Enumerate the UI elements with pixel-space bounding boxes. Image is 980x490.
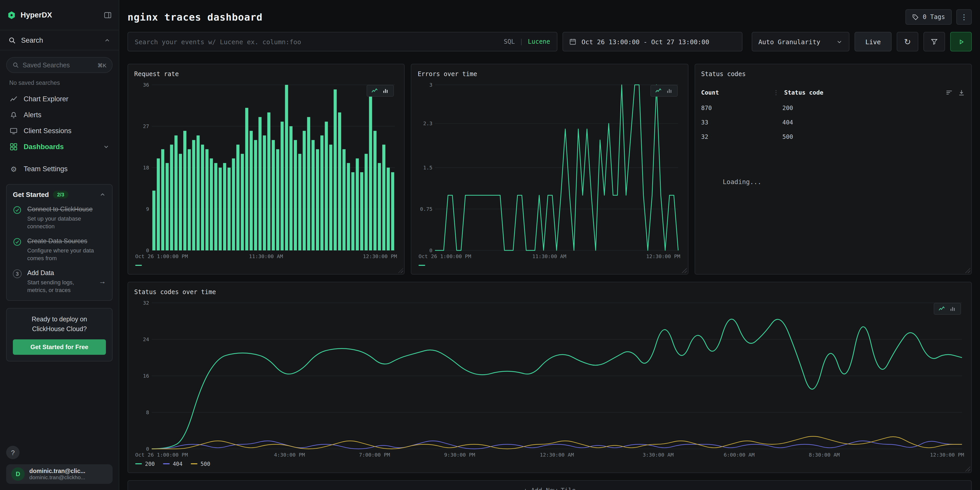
bar-chart-icon[interactable]	[950, 305, 956, 312]
search-section-label: Search	[21, 36, 43, 44]
svg-text:9:30:00 PM: 9:30:00 PM	[444, 452, 475, 458]
table-row[interactable]: 33 404	[701, 115, 965, 130]
get-started-free-button[interactable]: Get Started for Free	[13, 340, 106, 355]
tags-label: 0 Tags	[923, 13, 945, 21]
panel-errors-over-time: Errors over time 00.751.52.33Oct 26 1:00…	[411, 64, 689, 275]
page-header: nginx traces dashboard 0 Tags ⋮	[127, 0, 972, 25]
add-new-tile-button[interactable]: + Add New Tile	[127, 480, 972, 490]
cell-count: 33	[701, 119, 773, 126]
svg-text:Oct 26 1:00:00 PM: Oct 26 1:00:00 PM	[135, 253, 188, 259]
table-row[interactable]: 870 200	[701, 101, 965, 115]
sidebar-item-chart-explorer[interactable]: Chart Explorer	[4, 91, 115, 107]
sidebar-bottom: ? D dominic.tran@clic... dominic.tran@cl…	[0, 441, 119, 490]
line-chart-icon[interactable]	[939, 305, 945, 312]
avatar: D	[11, 468, 25, 481]
sidebar-collapse-icon[interactable]	[104, 11, 111, 19]
svg-text:0: 0	[430, 247, 433, 253]
monitor-icon	[9, 127, 18, 135]
chart-legend	[134, 261, 398, 270]
cell-status-code: 404	[782, 119, 793, 126]
user-menu[interactable]: D dominic.tran@clic... dominic.tran@clic…	[6, 464, 113, 484]
resize-handle[interactable]	[681, 268, 687, 273]
panel-title: Status codes over time	[134, 288, 965, 296]
granularity-select[interactable]: Auto Granularity	[752, 32, 850, 51]
sidebar-section-search[interactable]: Search	[0, 30, 119, 50]
filter-button[interactable]	[923, 32, 945, 51]
panel-title: Errors over time	[418, 70, 682, 78]
column-header-count[interactable]: Count	[701, 89, 773, 96]
cell-status-code: 200	[782, 104, 793, 111]
tag-icon	[912, 14, 918, 20]
toolbar: SQL | Lucene Oct 26 13:00:00 - Oct 27 13…	[127, 32, 972, 51]
sidebar-item-label: Team Settings	[24, 165, 68, 173]
download-icon[interactable]	[958, 89, 965, 96]
lucene-toggle[interactable]: Lucene	[528, 38, 550, 45]
sidebar-item-dashboards[interactable]: Dashboards	[4, 139, 115, 155]
line-chart-icon[interactable]	[655, 88, 662, 94]
legend-label: 404	[173, 461, 183, 467]
svg-text:1.5: 1.5	[423, 164, 433, 171]
date-range-picker[interactable]: Oct 26 13:00:00 - Oct 27 13:00:00	[563, 32, 743, 51]
legend-item-500[interactable]: 500	[191, 461, 210, 467]
step-add-data[interactable]: 3 Add Data Start sending logs, metrics, …	[13, 269, 106, 294]
resize-handle[interactable]	[965, 466, 970, 471]
table-row[interactable]: 32 500	[701, 130, 965, 144]
chevron-down-icon	[836, 38, 843, 45]
step-create-data-sources[interactable]: Create Data Sources Configure where your…	[13, 237, 106, 262]
line-chart-icon[interactable]	[371, 88, 378, 94]
saved-searches-box[interactable]: ⌘K	[6, 57, 113, 73]
sql-toggle[interactable]: SQL	[504, 38, 515, 45]
sidebar-item-label: Alerts	[24, 111, 41, 119]
help-button[interactable]: ?	[6, 446, 19, 459]
table-rows-icon[interactable]	[945, 89, 953, 96]
user-email: dominic.tran@clickho...	[29, 474, 85, 480]
sidebar-item-team-settings[interactable]: ⚙ Team Settings	[4, 161, 115, 177]
legend-item[interactable]	[135, 265, 142, 266]
resize-handle[interactable]	[398, 268, 403, 273]
resize-handle[interactable]	[965, 268, 970, 273]
bar-chart-icon[interactable]	[383, 88, 390, 94]
legend-dash	[163, 463, 170, 464]
page-title: nginx traces dashboard	[127, 11, 262, 22]
language-toggle: SQL | Lucene	[504, 38, 550, 45]
tags-button[interactable]: 0 Tags	[905, 9, 952, 25]
chart-type-toggle	[367, 85, 394, 97]
svg-text:11:30:00 AM: 11:30:00 AM	[249, 253, 283, 259]
event-search-input[interactable]	[135, 38, 498, 46]
chevron-up-icon	[104, 37, 111, 43]
sidebar-item-label: Chart Explorer	[24, 95, 68, 103]
arrow-right-icon: →	[99, 277, 106, 286]
filter-icon	[931, 38, 938, 45]
sidebar-item-alerts[interactable]: Alerts	[4, 107, 115, 123]
step-connect-clickhouse[interactable]: Connect to ClickHouse Set up your databa…	[13, 205, 106, 230]
svg-text:27: 27	[143, 123, 149, 129]
sidebar-item-client-sessions[interactable]: Client Sessions	[4, 123, 115, 139]
shortcut-badge: ⌘K	[97, 62, 107, 68]
hyperdx-logo-icon	[7, 11, 16, 19]
user-name: dominic.tran@clic...	[29, 468, 85, 474]
column-header-status-code[interactable]: Status code	[784, 89, 823, 96]
saved-searches-input[interactable]	[22, 62, 94, 68]
bell-icon	[9, 111, 18, 119]
run-query-button[interactable]	[950, 32, 972, 51]
legend-item-200[interactable]: 200	[135, 461, 155, 467]
svg-text:3:30:00 AM: 3:30:00 AM	[643, 452, 673, 458]
refresh-icon: ↻	[904, 37, 911, 46]
chart-legend	[418, 261, 682, 270]
refresh-button[interactable]: ↻	[897, 32, 918, 51]
bar-chart-icon[interactable]	[666, 88, 673, 94]
live-button[interactable]: Live	[854, 32, 892, 51]
request-rate-chart: 09182736Oct 26 1:00:00 PM11:30:00 AM12:3…	[134, 81, 398, 261]
legend-item[interactable]	[419, 265, 425, 266]
kebab-menu-icon[interactable]: ⋮	[956, 9, 972, 25]
event-search-box[interactable]: SQL | Lucene	[127, 32, 557, 51]
step-desc: Set up your database connection	[27, 215, 106, 230]
search-section-icon	[8, 36, 16, 44]
progress-badge: 2/3	[53, 191, 68, 199]
legend-dash	[135, 265, 142, 266]
svg-text:12:30:00 PM: 12:30:00 PM	[646, 253, 680, 259]
svg-text:11:30:00 AM: 11:30:00 AM	[533, 253, 566, 259]
loading-indicator: Loading...	[723, 178, 965, 186]
legend-item-404[interactable]: 404	[163, 461, 183, 467]
get-started-header[interactable]: Get Started 2/3	[13, 191, 106, 199]
